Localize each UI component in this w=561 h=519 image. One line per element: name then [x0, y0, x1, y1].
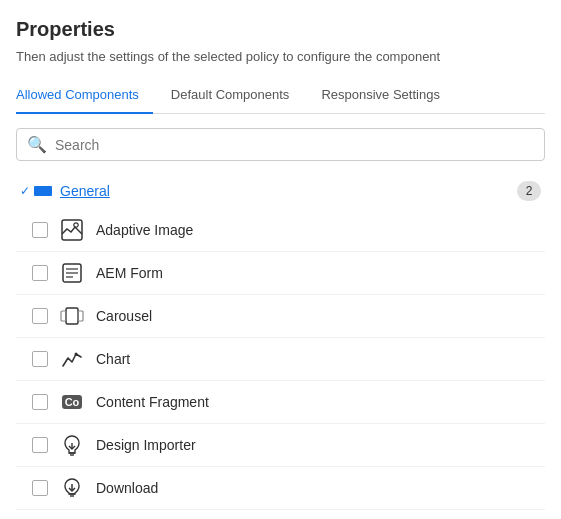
list-item: Download	[16, 467, 545, 510]
group-header: ✓ General 2	[16, 175, 545, 207]
aem-form-icon	[58, 259, 86, 287]
list-item: Ex Experience Fragment	[16, 510, 545, 519]
search-input[interactable]	[55, 137, 534, 153]
aem-form-checkbox[interactable]	[32, 265, 48, 281]
tab-default-components[interactable]: Default Components	[171, 79, 304, 114]
carousel-label: Carousel	[96, 308, 152, 324]
list-item: Chart	[16, 338, 545, 381]
group-count-badge: 2	[517, 181, 541, 201]
design-importer-checkbox[interactable]	[32, 437, 48, 453]
panel-title: Properties	[16, 18, 545, 41]
svg-point-1	[74, 223, 78, 227]
svg-rect-6	[66, 308, 78, 324]
download-icon	[58, 474, 86, 502]
search-bar: 🔍	[16, 128, 545, 161]
properties-panel: Properties Then adjust the settings of t…	[0, 0, 561, 519]
panel-subtitle: Then adjust the settings of the selected…	[16, 49, 545, 64]
chart-label: Chart	[96, 351, 130, 367]
chart-checkbox[interactable]	[32, 351, 48, 367]
group-dash-icon	[34, 186, 52, 196]
list-item: Carousel	[16, 295, 545, 338]
svg-point-9	[75, 353, 78, 356]
content-fragment-label: Content Fragment	[96, 394, 209, 410]
list-item: Adaptive Image	[16, 209, 545, 252]
list-item: AEM Form	[16, 252, 545, 295]
component-list: Adaptive Image AEM Form	[16, 209, 545, 519]
adaptive-image-label: Adaptive Image	[96, 222, 193, 238]
tab-allowed-components[interactable]: Allowed Components	[16, 79, 153, 114]
aem-form-label: AEM Form	[96, 265, 163, 281]
download-checkbox[interactable]	[32, 480, 48, 496]
group-label[interactable]: General	[60, 183, 110, 199]
adaptive-image-checkbox[interactable]	[32, 222, 48, 238]
carousel-checkbox[interactable]	[32, 308, 48, 324]
search-icon: 🔍	[27, 135, 47, 154]
tab-responsive-settings[interactable]: Responsive Settings	[321, 79, 454, 114]
design-importer-icon	[58, 431, 86, 459]
content-fragment-icon: Co	[58, 388, 86, 416]
adaptive-image-icon	[58, 216, 86, 244]
chevron-down-icon[interactable]: ✓	[20, 184, 30, 198]
content-fragment-checkbox[interactable]	[32, 394, 48, 410]
list-item: Design Importer	[16, 424, 545, 467]
download-label: Download	[96, 480, 158, 496]
carousel-icon	[58, 302, 86, 330]
list-item: Co Content Fragment	[16, 381, 545, 424]
tabs-bar: Allowed Components Default Components Re…	[16, 78, 545, 114]
design-importer-label: Design Importer	[96, 437, 196, 453]
chart-icon	[58, 345, 86, 373]
